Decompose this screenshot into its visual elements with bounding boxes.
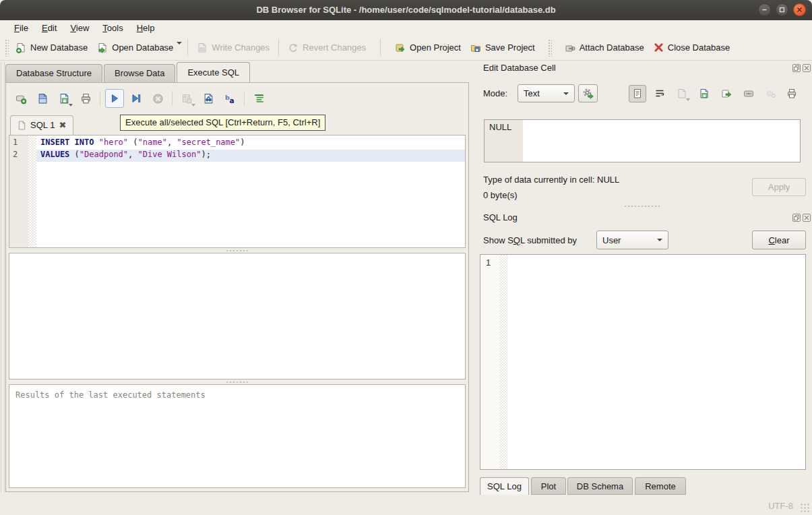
save-project-label: Save Project bbox=[485, 42, 535, 53]
tab-browse-data[interactable]: Browse Data bbox=[104, 64, 175, 82]
menu-help[interactable]: Help bbox=[131, 22, 161, 34]
open-database-dropdown-icon[interactable] bbox=[177, 42, 182, 44]
new-sql-tab-button[interactable] bbox=[11, 89, 30, 108]
title-bar: DB Browser for SQLite - /home/user/code/… bbox=[0, 0, 812, 21]
sql-doc-tab[interactable]: SQL 1 ✖ bbox=[10, 115, 73, 135]
auto-complete-button[interactable]: b a bbox=[220, 89, 239, 108]
float-icon bbox=[794, 65, 799, 71]
export-to-file-button[interactable] bbox=[718, 85, 735, 102]
stop-execution-button bbox=[148, 89, 167, 108]
close-sql-tab-icon[interactable]: ✖ bbox=[59, 121, 66, 129]
open-in-external-button[interactable] bbox=[740, 85, 757, 102]
sql-code-editor[interactable]: 12 INSERT INTO "hero" ("name", "secret_n… bbox=[9, 135, 466, 248]
tab-sql-log[interactable]: SQL Log bbox=[480, 477, 529, 495]
print-sql-button[interactable] bbox=[76, 89, 95, 108]
log-fold-margin bbox=[499, 255, 508, 469]
close-button[interactable] bbox=[793, 3, 806, 16]
save-project-button[interactable]: Save Project bbox=[466, 39, 540, 57]
code-token: ( bbox=[128, 138, 137, 147]
attach-database-icon bbox=[565, 42, 575, 53]
open-project-button[interactable]: Open Project bbox=[390, 39, 466, 57]
sql-code-lines[interactable]: INSERT INTO "hero" ("name", "secret_name… bbox=[36, 135, 465, 247]
tab-execute-sql[interactable]: Execute SQL bbox=[177, 62, 250, 82]
float-dock-button[interactable] bbox=[792, 214, 801, 222]
toolbar-grip[interactable] bbox=[5, 39, 9, 57]
splitter-handle-icon bbox=[226, 381, 249, 384]
import-cell-data-button bbox=[673, 85, 691, 102]
text-view-button[interactable] bbox=[629, 85, 646, 102]
cell-value-editor[interactable]: NULL bbox=[484, 119, 801, 162]
sql-log-area[interactable]: 1 bbox=[480, 254, 806, 470]
tab-remote[interactable]: Remote bbox=[635, 477, 686, 495]
tab-database-structure[interactable]: Database Structure bbox=[5, 64, 102, 82]
toolbar-grip[interactable] bbox=[548, 39, 552, 57]
sql-toolbar: b a bbox=[11, 89, 268, 108]
maximize-button[interactable] bbox=[776, 3, 788, 16]
format-sql-button[interactable] bbox=[249, 89, 268, 108]
clear-log-button[interactable]: Clear bbox=[752, 231, 806, 249]
import-dropdown-icon bbox=[686, 98, 690, 101]
open-database-button[interactable]: Open Database bbox=[92, 39, 178, 57]
code-token: "secret_name" bbox=[177, 138, 240, 147]
mode-select-value: Text bbox=[524, 88, 540, 98]
auto-switch-mode-button[interactable] bbox=[578, 84, 598, 102]
code-token: , bbox=[167, 138, 177, 147]
code-token: "Dive Wilson" bbox=[138, 150, 201, 159]
code-token: ) bbox=[240, 138, 245, 147]
menu-view[interactable]: View bbox=[64, 22, 95, 34]
save-results-button bbox=[177, 89, 196, 108]
close-icon bbox=[797, 7, 803, 13]
float-dock-button[interactable] bbox=[792, 64, 801, 72]
stop-icon bbox=[152, 93, 164, 104]
menu-file[interactable]: File bbox=[8, 22, 34, 34]
close-dock-button[interactable] bbox=[803, 64, 811, 72]
dock-splitter[interactable] bbox=[623, 204, 661, 208]
fold-margin bbox=[28, 135, 36, 247]
sql-toolbar-separator bbox=[100, 91, 100, 106]
mode-select[interactable]: Text bbox=[518, 84, 575, 102]
execute-current-line-button[interactable] bbox=[127, 89, 146, 108]
minimize-button[interactable] bbox=[758, 3, 771, 16]
code-token: "Deadpond" bbox=[80, 150, 128, 159]
edit-cell-title: Edit Database Cell bbox=[483, 63, 556, 73]
find-button[interactable] bbox=[199, 89, 218, 108]
close-dock-button[interactable] bbox=[803, 214, 811, 222]
code-line[interactable]: VALUES ("Deadpond", "Dive Wilson"); bbox=[36, 150, 465, 162]
new-tab-icon bbox=[15, 93, 27, 104]
code-token: , bbox=[128, 150, 137, 159]
revert-changes-label: Revert Changes bbox=[303, 42, 366, 53]
save-file-dropdown-icon[interactable] bbox=[69, 104, 73, 107]
print-cell-button[interactable] bbox=[783, 85, 801, 102]
save-sql-file-button[interactable] bbox=[55, 89, 73, 108]
new-database-button[interactable]: New Database bbox=[11, 39, 92, 57]
indent-lines-icon bbox=[253, 93, 265, 104]
execute-sql-button[interactable] bbox=[105, 89, 124, 108]
apply-button: Apply bbox=[752, 178, 806, 196]
tab-plot[interactable]: Plot bbox=[531, 477, 566, 495]
close-database-label: Close Database bbox=[668, 42, 730, 53]
close-database-button[interactable]: Close Database bbox=[649, 39, 735, 56]
main-toolbar: New Database Open Database Write Changes bbox=[0, 35, 812, 61]
log-source-select[interactable]: User bbox=[596, 231, 668, 249]
resize-grip[interactable] bbox=[800, 503, 809, 512]
status-bar: UTF-8 bbox=[0, 495, 812, 515]
results-grid-pane[interactable] bbox=[9, 253, 466, 380]
word-wrap-button[interactable] bbox=[651, 85, 668, 102]
export-cell-data-button[interactable] bbox=[695, 85, 713, 102]
attach-database-button[interactable]: Attach Database bbox=[560, 39, 649, 57]
sql-doc-icon bbox=[18, 121, 26, 130]
code-line[interactable]: INSERT INTO "hero" ("name", "secret_name… bbox=[36, 138, 465, 150]
tab-db-schema[interactable]: DB Schema bbox=[567, 477, 633, 495]
revert-changes-button: Revert Changes bbox=[283, 39, 371, 57]
menu-edit[interactable]: Edit bbox=[36, 22, 63, 34]
menu-tools[interactable]: Tools bbox=[96, 22, 129, 34]
code-token: "name" bbox=[138, 138, 167, 147]
log-source-value: User bbox=[602, 235, 621, 245]
clear-label: Clear bbox=[768, 235, 789, 245]
results-message-pane[interactable]: Results of the last executed statements bbox=[9, 384, 466, 488]
revert-changes-icon bbox=[288, 42, 299, 53]
open-sql-file-button[interactable] bbox=[33, 89, 52, 108]
dock-handle[interactable] bbox=[1, 62, 5, 492]
line-number: 2 bbox=[9, 150, 28, 162]
svg-text:a: a bbox=[229, 96, 234, 104]
